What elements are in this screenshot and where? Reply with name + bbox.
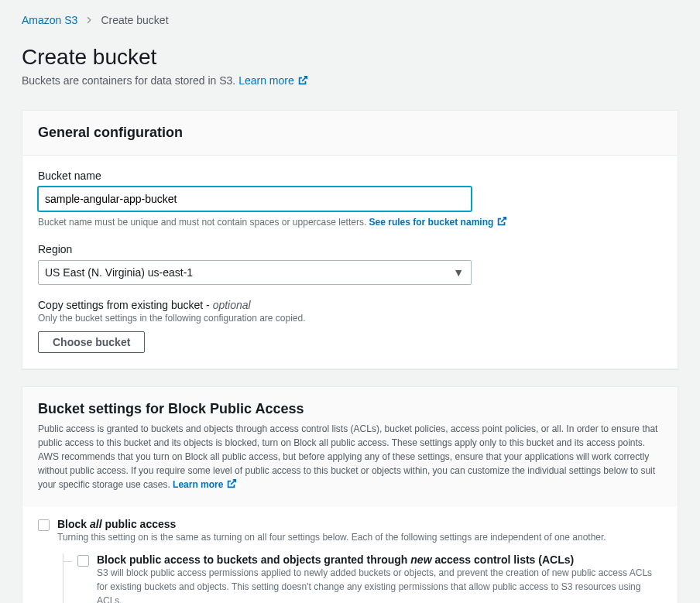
chevron-right-icon (85, 14, 93, 26)
breadcrumb-root-link[interactable]: Amazon S3 (22, 14, 77, 26)
bucket-naming-rules-link[interactable]: See rules for bucket naming (369, 217, 508, 228)
block-public-access-panel: Bucket settings for Block Public Access … (22, 386, 678, 603)
learn-more-link[interactable]: Learn more (173, 479, 237, 490)
region-field: Region US East (N. Virginia) us-east-1 ▼ (38, 243, 662, 285)
block-all-public-access-row: Block all public access Turning this set… (38, 518, 662, 603)
external-link-icon (297, 75, 308, 88)
breadcrumb-current: Create bucket (101, 14, 168, 26)
block-new-acls-row: Block public access to buckets and objec… (77, 553, 662, 603)
learn-more-link[interactable]: Learn more (238, 74, 308, 87)
external-link-icon (226, 478, 237, 493)
copy-settings-label: Copy settings from existing bucket - opt… (38, 299, 662, 311)
panel-header: General configuration (22, 111, 678, 156)
page-subtitle: Buckets are containers for data stored i… (22, 74, 678, 88)
block-new-acls-checkbox[interactable] (77, 555, 89, 567)
block-public-description: Public access is granted to buckets and … (38, 422, 662, 493)
block-all-checkbox[interactable] (38, 519, 50, 531)
page-title: Create bucket (22, 45, 678, 70)
copy-settings-hint: Only the bucket settings in the followin… (38, 313, 662, 324)
bucket-name-field: Bucket name Bucket name must be unique a… (38, 170, 662, 229)
choose-bucket-button[interactable]: Choose bucket (38, 331, 145, 353)
bucket-name-input[interactable] (38, 187, 472, 211)
panel-title: Bucket settings for Block Public Access (38, 401, 662, 417)
panel-title: General configuration (38, 125, 662, 141)
external-link-icon (496, 216, 507, 229)
panel-header: Bucket settings for Block Public Access … (22, 387, 678, 507)
block-public-children: Block public access to buckets and objec… (63, 553, 662, 603)
general-configuration-panel: General configuration Bucket name Bucket… (22, 110, 678, 369)
block-all-description: Turning this setting on is the same as t… (57, 530, 662, 544)
block-all-label: Block all public access (57, 518, 662, 530)
breadcrumb: Amazon S3 Create bucket (22, 14, 678, 26)
region-select[interactable]: US East (N. Virginia) us-east-1 ▼ (38, 260, 472, 285)
region-label: Region (38, 243, 662, 255)
copy-settings-field: Copy settings from existing bucket - opt… (38, 299, 662, 353)
bucket-name-hint: Bucket name must be unique and must not … (38, 216, 662, 229)
block-new-acls-label: Block public access to buckets and objec… (97, 553, 662, 566)
bucket-name-label: Bucket name (38, 170, 662, 182)
block-new-acls-description: S3 will block public access permissions … (97, 566, 662, 603)
region-selected-value: US East (N. Virginia) us-east-1 (45, 266, 193, 279)
